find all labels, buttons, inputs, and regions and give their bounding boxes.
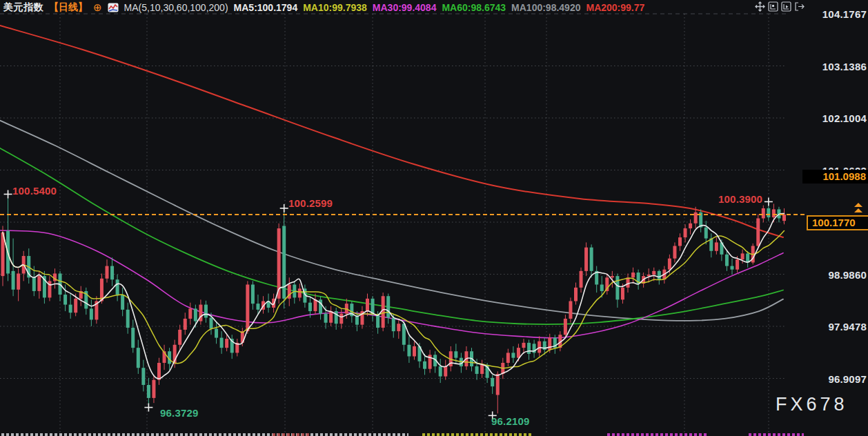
extreme-price-label: 96.2109 — [491, 415, 530, 427]
extreme-price-label: 96.3729 — [160, 407, 199, 419]
chart-window: 美元指数【日线】 ⊕ MA(5,10,30,60,100,200) MA5:10… — [0, 0, 868, 436]
watermark-logo: FX678 — [776, 394, 848, 415]
ma10-value: MA10:99.7938 — [303, 2, 367, 13]
axis-price-label: 96.9097 — [828, 373, 867, 384]
panel-chart-icon[interactable] — [768, 1, 778, 12]
axis-price-label: 98.9860 — [828, 268, 867, 280]
exit-arrow-icon[interactable] — [794, 1, 805, 12]
mini-chart-icon[interactable] — [108, 3, 119, 12]
axis-price-label: 102.1004 — [822, 112, 867, 124]
highlight-price-label: 101.0988 — [802, 170, 868, 184]
add-circle-icon[interactable]: ⊕ — [93, 3, 102, 12]
price-up-arrow-icon — [854, 203, 862, 214]
clipped-text-fragment — [607, 433, 707, 436]
clipped-text-fragment — [422, 433, 533, 436]
extreme-price-label: 100.2599 — [288, 197, 333, 209]
ma-settings-label: MA(5,10,30,60,100,200) — [124, 2, 228, 13]
clipped-text-fragment — [1, 433, 408, 436]
ma100-value: MA100:98.4920 — [511, 2, 580, 13]
chart-toolbar — [755, 1, 805, 12]
chart-header: 美元指数【日线】 ⊕ MA(5,10,30,60,100,200) MA5:10… — [3, 1, 644, 14]
timeframe-label[interactable]: 【日线】 — [49, 1, 88, 14]
ma30-value: MA30:99.4084 — [373, 2, 437, 13]
axis-price-label: 104.1767 — [822, 8, 867, 20]
candlestick-chart[interactable] — [0, 0, 868, 436]
axis-price-label: 103.1386 — [822, 60, 867, 72]
crosshair-move-icon[interactable] — [755, 1, 765, 12]
ma5-value: MA5:100.1794 — [234, 2, 298, 13]
ma60-value: MA60:98.6743 — [442, 2, 506, 13]
axis-price-label: 97.9478 — [828, 321, 867, 333]
clipped-text-fragment — [749, 433, 804, 436]
clipped-text-fragment — [273, 433, 310, 436]
extreme-price-label: 100.5400 — [12, 185, 57, 197]
panel-play-icon[interactable] — [781, 1, 791, 12]
symbol-title: 美元指数 — [3, 1, 43, 14]
current-price-badge: 100.1770 — [807, 215, 868, 230]
ma200-value: MA200:99.77 — [586, 2, 644, 13]
extreme-price-label: 100.3900 — [718, 193, 762, 205]
